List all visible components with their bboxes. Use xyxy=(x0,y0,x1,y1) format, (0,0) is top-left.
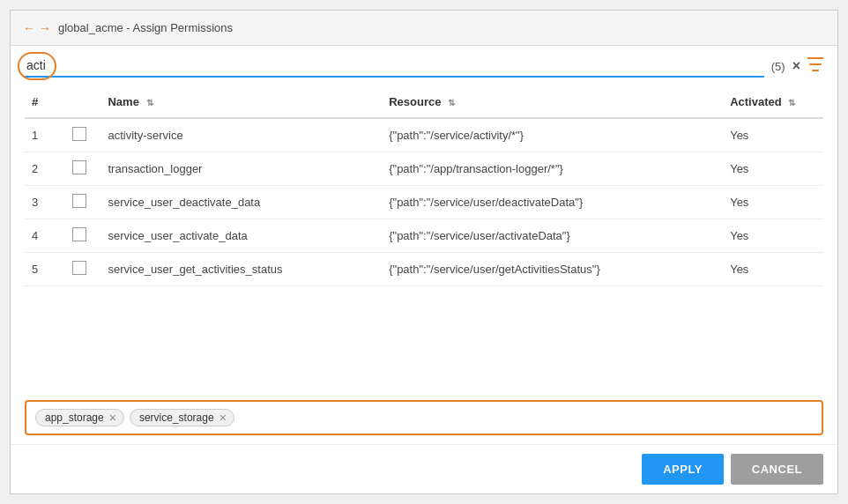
table-row: 1 activity-service {"path":"/service/act… xyxy=(25,118,823,152)
table-container: # Name ⇅ Resource ⇅ Activated ⇅ 1 acti xyxy=(25,86,823,389)
col-header-check xyxy=(65,86,101,118)
result-count: (5) xyxy=(771,60,785,73)
table-row: 4 service_user_activate_data {"path":"/s… xyxy=(25,219,823,253)
cell-checkbox[interactable] xyxy=(65,118,101,152)
col-header-activated[interactable]: Activated ⇅ xyxy=(723,86,823,118)
clear-search-icon[interactable]: × xyxy=(792,59,800,73)
cell-activated: Yes xyxy=(723,219,823,253)
col-header-name[interactable]: Name ⇅ xyxy=(100,86,382,118)
cell-name: service_user_activate_data xyxy=(100,219,382,253)
cell-num: 1 xyxy=(25,118,65,152)
table-row: 5 service_user_get_activities_status {"p… xyxy=(25,253,823,286)
footer-buttons: APPLY CANCEL xyxy=(11,444,837,493)
cell-num: 3 xyxy=(25,186,65,219)
table-row: 3 service_user_deactivate_data {"path":"… xyxy=(25,186,823,219)
col-header-hash: # xyxy=(25,86,65,118)
search-input[interactable] xyxy=(25,55,764,78)
cell-name: transaction_logger xyxy=(100,152,382,186)
cell-checkbox[interactable] xyxy=(65,152,101,186)
dialog: ← → global_acme - Assign Permissions (5)… xyxy=(10,10,838,494)
cell-checkbox[interactable] xyxy=(65,219,101,253)
cell-num: 4 xyxy=(25,219,65,253)
search-area: (5) × xyxy=(11,46,837,78)
cell-name: service_user_deactivate_data xyxy=(100,186,382,219)
cell-checkbox[interactable] xyxy=(65,253,101,286)
tag-remove-icon[interactable]: × xyxy=(109,411,116,424)
name-sort-icon[interactable]: ⇅ xyxy=(146,98,153,107)
back-arrow[interactable]: ← xyxy=(23,22,35,34)
cell-checkbox[interactable] xyxy=(65,186,101,219)
cell-activated: Yes xyxy=(723,253,823,286)
cell-resource: {"path":"/service/user/getActivitiesStat… xyxy=(382,253,723,286)
row-checkbox[interactable] xyxy=(72,194,86,208)
page-title: global_acme - Assign Permissions xyxy=(58,21,233,34)
tag-item[interactable]: app_storage × xyxy=(35,409,124,426)
table-row: 2 transaction_logger {"path":"/app/trans… xyxy=(25,152,823,186)
tag-label: service_storage xyxy=(139,411,214,424)
nav-arrows: ← → xyxy=(23,22,51,34)
search-wrapper xyxy=(25,55,764,78)
cell-name: activity-service xyxy=(100,118,382,152)
cell-activated: Yes xyxy=(723,186,823,219)
tags-area: app_storage × service_storage × xyxy=(25,400,823,435)
forward-arrow[interactable]: → xyxy=(39,22,51,34)
tag-remove-icon[interactable]: × xyxy=(219,411,227,424)
cell-resource: {"path":"/app/transaction-logger/*"} xyxy=(382,152,723,186)
title-bar: ← → global_acme - Assign Permissions xyxy=(11,11,837,46)
cell-activated: Yes xyxy=(723,118,823,152)
row-checkbox[interactable] xyxy=(72,227,86,241)
activated-sort-icon[interactable]: ⇅ xyxy=(788,98,795,107)
cell-num: 5 xyxy=(25,253,65,286)
permissions-table: # Name ⇅ Resource ⇅ Activated ⇅ 1 acti xyxy=(25,86,823,286)
row-checkbox[interactable] xyxy=(72,127,86,141)
resource-sort-icon[interactable]: ⇅ xyxy=(448,98,455,107)
cell-activated: Yes xyxy=(723,152,823,186)
tag-label: app_storage xyxy=(45,411,104,424)
cancel-button[interactable]: CANCEL xyxy=(731,454,823,485)
cell-name: service_user_get_activities_status xyxy=(100,253,382,286)
row-checkbox[interactable] xyxy=(72,160,86,174)
row-checkbox[interactable] xyxy=(72,261,86,275)
filter-icon[interactable] xyxy=(807,57,823,75)
tag-item[interactable]: service_storage × xyxy=(130,409,234,426)
col-header-resource[interactable]: Resource ⇅ xyxy=(382,86,723,118)
cell-resource: {"path":"/service/user/activateData"} xyxy=(382,219,723,253)
apply-button[interactable]: APPLY xyxy=(642,454,724,485)
cell-num: 2 xyxy=(25,152,65,186)
cell-resource: {"path":"/service/user/deactivateData"} xyxy=(382,186,723,219)
table-header-row: # Name ⇅ Resource ⇅ Activated ⇅ xyxy=(25,86,823,118)
cell-resource: {"path":"/service/activity/*"} xyxy=(382,118,723,152)
